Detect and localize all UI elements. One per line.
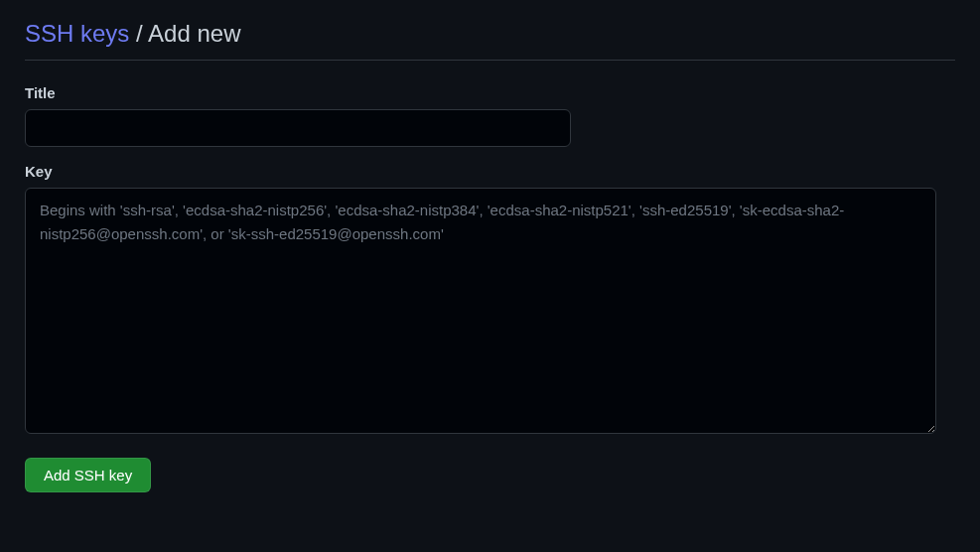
ssh-keys-link[interactable]: SSH keys: [25, 20, 129, 47]
title-field-group: Title: [25, 84, 955, 147]
key-field-group: Key: [25, 163, 955, 438]
add-ssh-key-button[interactable]: Add SSH key: [25, 458, 151, 492]
title-input[interactable]: [25, 109, 571, 147]
breadcrumb-separator: /: [129, 20, 148, 47]
page-header: SSH keys / Add new: [25, 20, 955, 61]
key-textarea[interactable]: [25, 188, 936, 434]
key-label: Key: [25, 163, 955, 180]
title-label: Title: [25, 84, 955, 101]
page-title: Add new: [148, 20, 240, 47]
